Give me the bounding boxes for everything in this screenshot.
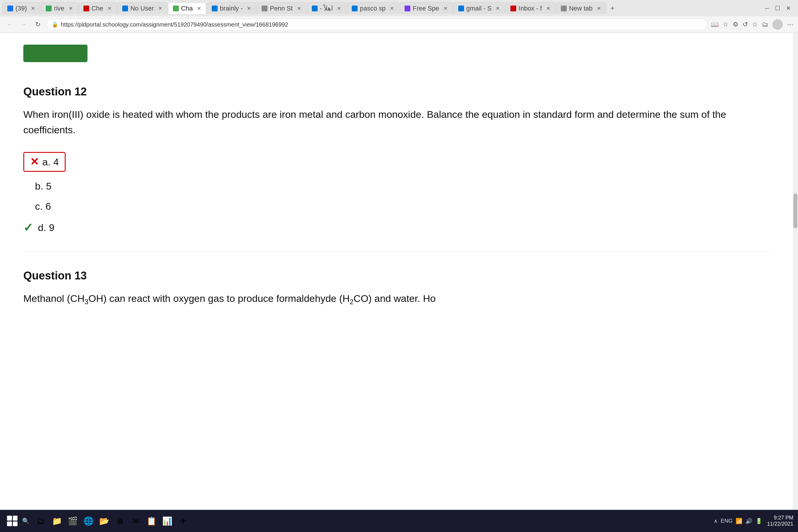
- excel-icon: 📊: [162, 516, 172, 526]
- tab-2-close[interactable]: ✕: [69, 5, 73, 12]
- close-button[interactable]: ✕: [786, 5, 791, 12]
- wrong-x-icon: ✕: [30, 156, 39, 168]
- volume-icon[interactable]: 🔊: [745, 518, 753, 525]
- tab-8-favicon: [312, 5, 318, 12]
- tab-9-favicon: [352, 5, 358, 12]
- browser-action-1[interactable]: ⚙: [733, 21, 739, 28]
- scrollbar[interactable]: [793, 33, 798, 532]
- choice-b[interactable]: b. 5: [23, 180, 770, 192]
- new-tab-button[interactable]: +: [607, 2, 618, 14]
- tab-3[interactable]: Che ✕: [78, 2, 117, 14]
- choice-c-label: c. 6: [35, 201, 51, 212]
- taskbar-clock[interactable]: 9:27 PM 11/22/2021: [767, 515, 793, 527]
- collections-icon[interactable]: 🗂: [762, 21, 768, 28]
- start-button[interactable]: [5, 513, 20, 529]
- browser-action-3[interactable]: ☆: [752, 21, 758, 28]
- tab-3-close[interactable]: ✕: [107, 5, 112, 12]
- favorites-icon[interactable]: ☆: [723, 21, 728, 28]
- reading-mode-icon[interactable]: 📖: [711, 21, 719, 28]
- tab-10-close[interactable]: ✕: [443, 5, 448, 12]
- tab-9-label: pasco sp: [360, 5, 385, 12]
- tab-12-close[interactable]: ✕: [546, 5, 550, 12]
- tab-5[interactable]: Cha ✕: [168, 2, 206, 14]
- tab-5-close[interactable]: ✕: [197, 5, 201, 12]
- taskbar-search[interactable]: 🔍: [22, 517, 30, 525]
- tab-11-favicon: [458, 5, 464, 12]
- tab-13-close[interactable]: ✕: [597, 5, 601, 12]
- tab-12-favicon: [510, 5, 516, 12]
- start-icon: [7, 516, 18, 526]
- minimize-button[interactable]: ─: [765, 5, 769, 12]
- back-button[interactable]: ←: [5, 19, 15, 30]
- tab-1[interactable]: (39) ✕: [2, 2, 40, 14]
- battery-icon[interactable]: 🔋: [755, 518, 762, 525]
- taskbar-explorer-app[interactable]: 📁: [50, 514, 64, 528]
- tab-7-close[interactable]: ✕: [297, 5, 301, 12]
- tab-9-close[interactable]: ✕: [390, 5, 394, 12]
- tab-7-favicon: [262, 5, 267, 12]
- taskbar-media-app[interactable]: 🎬: [65, 514, 80, 528]
- taskbar-telegram-app[interactable]: ✈: [176, 514, 190, 528]
- tab-1-favicon: [7, 5, 13, 12]
- tab-10[interactable]: Free Spe ✕: [400, 2, 453, 14]
- tab-13-label: New tab: [569, 5, 593, 12]
- taskbar-edge-app[interactable]: 🌐: [81, 514, 95, 528]
- files-icon: 🗂: [37, 516, 45, 526]
- url-text: https://pldportal.schoology.com/assignme…: [61, 21, 288, 28]
- choice-a-box[interactable]: ✕ a. 4: [23, 152, 65, 172]
- tab-4-close[interactable]: ✕: [158, 5, 163, 12]
- mail-icon: ✉: [132, 516, 139, 526]
- taskbar-apps: 🗂 📁 🎬 🌐 📂 🖥 ✉ 📋 📊 ✈: [34, 514, 190, 528]
- question-12-text: When iron(III) oxide is heated with whom…: [23, 107, 770, 137]
- taskbar-store-app[interactable]: 🖥: [113, 514, 127, 528]
- tab-12[interactable]: Inbox - f ✕: [506, 2, 555, 14]
- address-field[interactable]: 🔒 https://pldportal.schoology.com/assign…: [47, 19, 707, 30]
- taskbar-office-app[interactable]: 📂: [97, 514, 111, 528]
- tab-12-label: Inbox - f: [518, 5, 542, 12]
- choice-d-label: d. 9: [38, 222, 55, 233]
- tab-11-close[interactable]: ✕: [496, 5, 500, 12]
- tab-4[interactable]: No User ✕: [117, 2, 167, 14]
- tab-6-close[interactable]: ✕: [247, 5, 251, 12]
- taskbar-right: ∧ ENG 📶 🔊 🔋 9:27 PM 11/22/2021: [714, 515, 793, 527]
- tab-8-label: - اهلاً: [320, 5, 333, 12]
- taskbar: 🔍 🗂 📁 🎬 🌐 📂 🖥 ✉ 📋 📊 ✈: [0, 510, 798, 532]
- question-12-choices: ✕ a. 4 b. 5 c. 6 ✓ d. 9: [23, 152, 770, 234]
- refresh-button[interactable]: ↻: [33, 19, 43, 30]
- tab-7[interactable]: Penn St ✕: [256, 2, 306, 14]
- network-icon[interactable]: 📶: [736, 518, 743, 525]
- language-indicator[interactable]: ENG: [721, 518, 733, 524]
- address-bar-row: ← → ↻ 🔒 https://pldportal.schoology.com/…: [0, 16, 798, 33]
- settings-menu-icon[interactable]: ⋯: [787, 21, 793, 28]
- office-icon: 📂: [99, 516, 109, 526]
- tab-13-favicon: [561, 5, 567, 12]
- taskbar-onenote-app[interactable]: 📋: [145, 514, 158, 528]
- profile-avatar[interactable]: [772, 19, 783, 30]
- tab-1-close[interactable]: ✕: [31, 5, 35, 12]
- question-12-block: Question 12 When iron(III) oxide is heat…: [23, 86, 770, 234]
- question-12-title: Question 12: [23, 86, 770, 98]
- page-content: Question 12 When iron(III) oxide is heat…: [0, 33, 798, 532]
- tab-11[interactable]: gmail - S ✕: [453, 2, 505, 14]
- choice-d[interactable]: ✓ d. 9: [23, 221, 770, 234]
- browser-chrome: (39) ✕ rive ✕ Che ✕ No User ✕ Cha ✕: [0, 0, 798, 33]
- scrollbar-thumb[interactable]: [793, 193, 797, 228]
- tab-9[interactable]: pasco sp ✕: [347, 2, 399, 14]
- tray-expand-icon[interactable]: ∧: [714, 518, 718, 525]
- forward-button[interactable]: →: [19, 19, 29, 30]
- tab-6[interactable]: brainly - ✕: [207, 2, 256, 14]
- media-icon: 🎬: [68, 516, 78, 526]
- taskbar-excel-app[interactable]: 📊: [160, 514, 174, 528]
- maximize-button[interactable]: ☐: [775, 5, 780, 12]
- browser-action-2[interactable]: ↺: [743, 21, 748, 28]
- tab-8[interactable]: - اهلاً ✕: [307, 2, 346, 14]
- taskbar-mail-app[interactable]: ✉: [129, 514, 142, 528]
- tab-bar: (39) ✕ rive ✕ Che ✕ No User ✕ Cha ✕: [0, 0, 798, 16]
- tab-2[interactable]: rive ✕: [41, 2, 78, 14]
- tab-13[interactable]: New tab ✕: [556, 2, 606, 14]
- taskbar-files-app[interactable]: 🗂: [34, 514, 48, 528]
- telegram-icon: ✈: [180, 516, 186, 526]
- choice-c[interactable]: c. 6: [23, 201, 770, 212]
- choice-a[interactable]: ✕ a. 4: [23, 152, 770, 172]
- tab-8-close[interactable]: ✕: [337, 5, 341, 12]
